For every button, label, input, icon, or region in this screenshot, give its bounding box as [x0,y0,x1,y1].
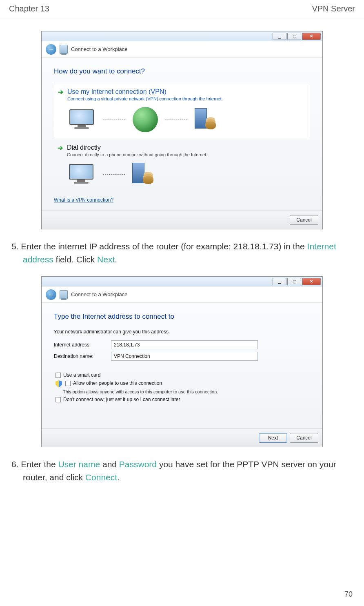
smart-card-label: Use a smart card [63,372,100,378]
connect-workplace-dialog-2: Connect to a Workplace Type the Internet… [41,276,323,447]
internet-address-input[interactable]: 218.18.1.73 [111,340,258,349]
cancel-button[interactable]: Cancel [290,433,318,443]
back-icon[interactable] [46,44,56,55]
dialog-heading: Type the Internet address to connect to [54,313,310,321]
internet-address-label: Internet address: [54,342,111,348]
page-header: Chapter 13 VPN Server [0,0,364,17]
server-icon [132,163,153,186]
vpn-help-link[interactable]: What is a VPN connection? [54,197,113,203]
connect-workplace-dialog-1: Connect to a Workplace How do you want t… [41,31,323,229]
dialog-hint: Your network administrator can give you … [54,329,310,335]
workplace-icon [60,290,68,299]
dialog-title: Connect to a Workplace [71,291,128,297]
computer-icon [67,164,95,184]
next-button[interactable]: Next [259,433,287,443]
maximize-button[interactable] [287,278,301,285]
allow-others-checkbox[interactable] [65,381,71,386]
window-nav: Connect to a Workplace [42,286,322,303]
option-vpn[interactable]: Use my Internet connection (VPN) Connect… [54,84,310,139]
shield-icon [55,380,62,388]
window-nav: Connect to a Workplace [42,41,322,58]
allow-others-label: Allow other people to use this connectio… [73,380,162,386]
page-number: 70 [344,590,353,599]
destination-name-label: Destination name: [54,353,111,359]
section-label: VPN Server [312,4,355,13]
option-dial[interactable]: Dial directly Connect directly to a phon… [54,142,310,191]
back-icon[interactable] [46,289,56,300]
option-vpn-title: Use my Internet connection (VPN) [67,88,166,95]
option-dial-sub: Connect directly to a phone number witho… [67,152,308,157]
window-titlebar [42,277,322,286]
server-icon [195,108,216,131]
arrow-icon [56,144,64,151]
close-button[interactable] [302,278,321,285]
option-vpn-sub: Connect using a virtual private network … [67,96,307,101]
window-titlebar [42,31,322,41]
allow-others-sub: This option allows anyone with access to… [63,389,310,394]
step-6-instruction: 6. Enter the User name and Password you … [10,458,354,484]
vpn-illustration [67,107,307,132]
close-button[interactable] [302,33,321,40]
cancel-button[interactable]: Cancel [290,215,318,225]
globe-icon [133,107,158,132]
step-5-instruction: 5. Enter the internet IP address of the … [10,240,354,266]
connect-later-label: Don't connect now; just set it up so I c… [63,397,180,402]
computer-icon [67,109,96,130]
arrow-icon [57,88,64,95]
option-dial-title: Dial directly [67,144,101,151]
dial-illustration [67,163,308,186]
minimize-button[interactable] [273,278,286,285]
destination-name-input[interactable]: VPN Connection [111,352,258,361]
connect-later-checkbox[interactable] [55,397,61,402]
smart-card-checkbox[interactable] [55,373,61,378]
minimize-button[interactable] [273,33,286,40]
maximize-button[interactable] [287,33,301,40]
chapter-label: Chapter 13 [9,4,49,13]
dialog-title: Connect to a Workplace [71,46,128,52]
workplace-icon [60,45,68,54]
dialog-heading: How do you want to connect? [54,67,310,75]
